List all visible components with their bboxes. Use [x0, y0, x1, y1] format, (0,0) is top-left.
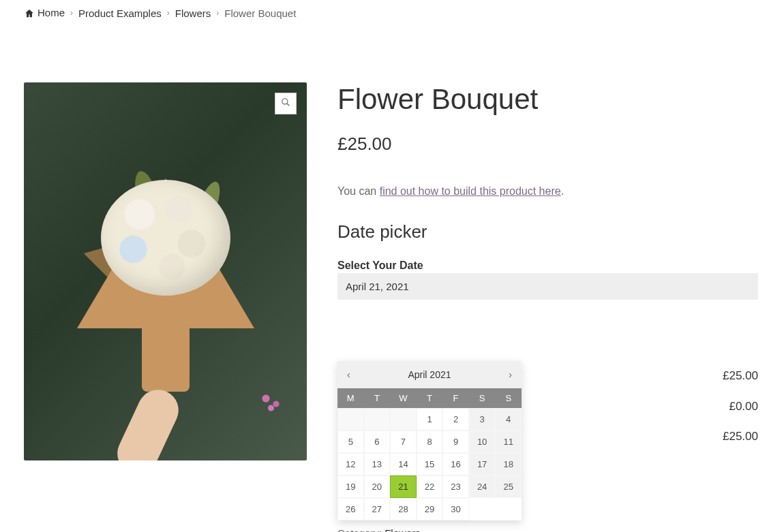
- cal-day[interactable]: 27: [364, 498, 391, 520]
- chevron-right-icon: ›: [167, 8, 170, 18]
- cal-day[interactable]: 25: [495, 475, 522, 498]
- chevron-right-icon: ›: [70, 8, 73, 18]
- cal-day-blank: [364, 408, 391, 431]
- cal-day[interactable]: 28: [390, 498, 417, 520]
- cal-day[interactable]: 2: [442, 408, 469, 431]
- svg-line-1: [287, 104, 290, 106]
- build-product-link[interactable]: find out how to build this product here: [380, 185, 561, 197]
- cal-day-blank: [337, 408, 364, 431]
- breadcrumb-home[interactable]: Home: [24, 7, 65, 19]
- breadcrumb: Home › Product Examples › Flowers › Flow…: [0, 0, 782, 25]
- chevron-right-icon: ›: [216, 8, 219, 18]
- cal-day[interactable]: 7: [390, 431, 417, 453]
- cal-day[interactable]: 1: [417, 408, 443, 431]
- cal-day[interactable]: 26: [337, 498, 364, 520]
- cal-day[interactable]: 18: [495, 453, 522, 475]
- cal-weekday: F: [442, 388, 469, 408]
- date-input[interactable]: [337, 273, 758, 300]
- product-price: £25.00: [337, 134, 758, 155]
- cal-day[interactable]: 24: [469, 475, 496, 498]
- cal-day[interactable]: 15: [417, 453, 443, 475]
- cal-weekday: S: [495, 388, 522, 408]
- zoom-button[interactable]: [275, 93, 297, 114]
- category-link[interactable]: Flowers: [385, 527, 421, 532]
- date-label: Select Your Date: [337, 260, 758, 272]
- cal-day-blank: [390, 408, 417, 431]
- breadcrumb-product-examples[interactable]: Product Examples: [78, 7, 162, 19]
- cal-day[interactable]: 5: [337, 431, 364, 453]
- svg-point-0: [282, 99, 288, 104]
- cal-day[interactable]: 21: [390, 475, 417, 498]
- datepicker-heading: Date picker: [337, 221, 758, 242]
- product-description: You can find out how to build this produ…: [337, 185, 758, 198]
- cal-days-grid: 1234567891011121314151617181920212223242…: [337, 408, 522, 520]
- cal-day[interactable]: 4: [495, 408, 522, 431]
- chevron-left-icon: ‹: [347, 369, 350, 380]
- cal-day[interactable]: 20: [364, 475, 391, 498]
- cal-day[interactable]: 13: [364, 453, 391, 475]
- cal-day[interactable]: 29: [417, 498, 443, 520]
- cal-day[interactable]: 11: [495, 431, 522, 453]
- cal-day[interactable]: 16: [442, 453, 469, 475]
- cal-day[interactable]: 30: [442, 498, 469, 520]
- cal-day[interactable]: 9: [442, 431, 469, 453]
- cal-day[interactable]: 17: [469, 453, 496, 475]
- cal-day[interactable]: 23: [442, 475, 469, 498]
- cal-day[interactable]: 6: [364, 431, 391, 453]
- home-icon: [24, 8, 35, 19]
- search-icon: [281, 97, 290, 110]
- cal-day[interactable]: 3: [469, 408, 496, 431]
- cal-day[interactable]: 14: [390, 453, 417, 475]
- cal-month-label: April 2021: [408, 369, 451, 380]
- product-image[interactable]: [24, 82, 307, 460]
- cal-weekday: W: [390, 388, 417, 408]
- cal-weekday: S: [469, 388, 496, 408]
- breadcrumb-flowers[interactable]: Flowers: [175, 7, 211, 19]
- cal-weekday: T: [364, 388, 391, 408]
- calendar-popup: ‹ April 2021 › MTWTFSS 12345678910111213…: [337, 361, 522, 520]
- cal-next-button[interactable]: ›: [506, 366, 515, 383]
- cal-weekday-row: MTWTFSS: [337, 388, 522, 408]
- cal-day[interactable]: 19: [337, 475, 364, 498]
- chevron-right-icon: ›: [509, 369, 512, 380]
- cal-day[interactable]: 22: [417, 475, 443, 498]
- cal-day[interactable]: 12: [337, 453, 364, 475]
- cal-weekday: M: [337, 388, 364, 408]
- cal-day[interactable]: 10: [469, 431, 496, 453]
- product-meta: Category: Flowers: [337, 527, 758, 532]
- cal-prev-button[interactable]: ‹: [344, 366, 353, 383]
- breadcrumb-current: Flower Bouquet: [224, 7, 296, 19]
- product-title: Flower Bouquet: [337, 82, 758, 116]
- cal-day[interactable]: 8: [417, 431, 443, 453]
- cal-weekday: T: [417, 388, 443, 408]
